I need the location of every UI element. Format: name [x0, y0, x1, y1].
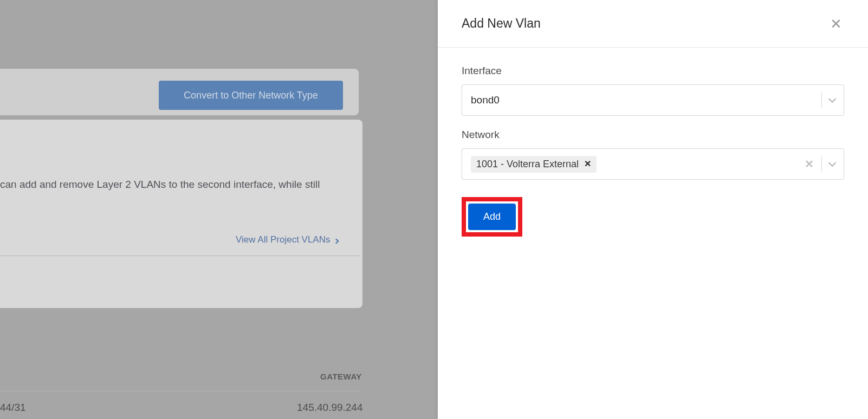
divider [0, 256, 360, 256]
view-all-vlans-label: View All Project VLANs [236, 234, 330, 245]
select-indicators [821, 93, 835, 108]
gateway-column-header: GATEWAY [320, 372, 362, 381]
chevron-down-icon [828, 95, 836, 102]
bg-main-card [0, 120, 362, 308]
chevron-right-icon [334, 238, 339, 244]
interface-form-group: Interface bond0 [462, 65, 844, 116]
panel-header: Add New Vlan ✕ [438, 0, 868, 48]
add-vlan-button[interactable]: Add [468, 204, 516, 230]
ip-address-partial: 44/31 [0, 402, 26, 414]
network-form-group: Network 1001 - Volterra External ✕ ✕ [462, 129, 844, 180]
panel-body: Interface bond0 Network 1001 - Volterra … [438, 48, 868, 254]
background-dimmed-content: Convert to Other Network Type can add an… [0, 0, 438, 419]
separator [821, 93, 822, 108]
description-text: can add and remove Layer 2 VLANs to the … [0, 177, 358, 193]
remove-tag-icon[interactable]: ✕ [584, 160, 591, 168]
divider [0, 391, 360, 391]
network-label: Network [462, 129, 844, 141]
network-tag-label: 1001 - Volterra External [476, 159, 579, 170]
clear-all-icon[interactable]: ✕ [805, 159, 814, 169]
chevron-down-icon [828, 159, 836, 166]
add-vlan-side-panel: Add New Vlan ✕ Interface bond0 Network [438, 0, 868, 419]
convert-network-type-button[interactable]: Convert to Other Network Type [159, 81, 343, 110]
close-panel-button[interactable]: ✕ [828, 15, 844, 33]
panel-title: Add New Vlan [462, 16, 541, 31]
view-all-vlans-link[interactable]: View All Project VLANs [236, 234, 338, 245]
add-button-highlight-annotation: Add [462, 197, 522, 237]
gateway-ip-value: 145.40.99.244 [297, 402, 363, 414]
network-selected-tag: 1001 - Volterra External ✕ [471, 156, 597, 173]
select-indicators: ✕ [805, 156, 835, 172]
interface-selected-value: bond0 [471, 94, 821, 106]
interface-label: Interface [462, 65, 844, 77]
interface-select[interactable]: bond0 [462, 84, 844, 116]
separator [821, 156, 822, 172]
close-icon: ✕ [830, 16, 842, 32]
network-select[interactable]: 1001 - Volterra External ✕ ✕ [462, 148, 844, 180]
